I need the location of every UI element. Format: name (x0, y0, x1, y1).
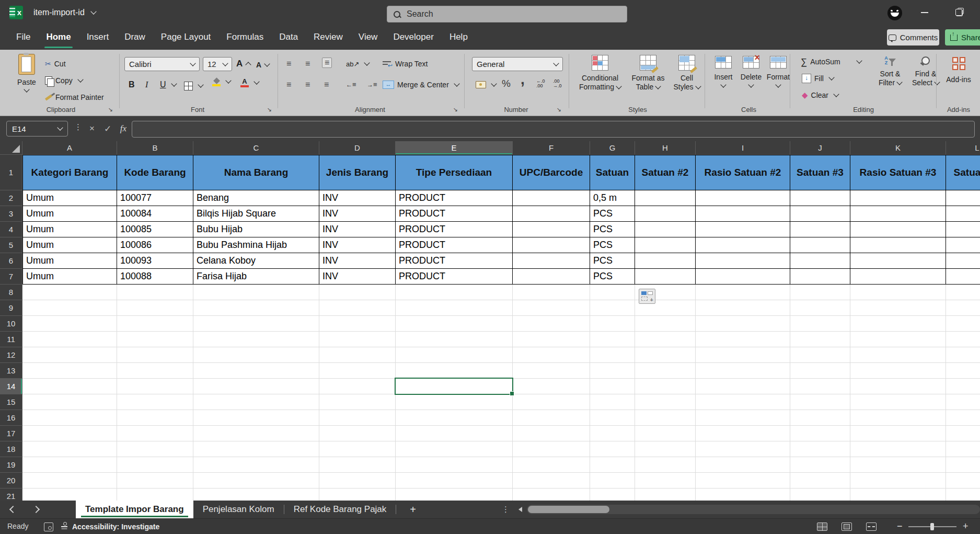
row-header-3[interactable]: 3 (0, 206, 22, 222)
cell-I21[interactable] (696, 488, 790, 501)
share-button[interactable]: Share (945, 29, 980, 46)
cell-G12[interactable] (590, 347, 635, 363)
cell-A2[interactable]: Umum (22, 190, 117, 206)
cell-G18[interactable] (590, 441, 635, 457)
increase-font-size-button[interactable]: A (236, 57, 250, 71)
cell-L20[interactable] (946, 473, 980, 488)
cell-B9[interactable] (117, 300, 193, 316)
cell-A3[interactable]: Umum (22, 206, 117, 222)
normal-view-button[interactable] (817, 522, 827, 531)
cell-A6[interactable]: Umum (22, 253, 117, 269)
cell-L17[interactable] (946, 426, 980, 441)
cell-F15[interactable] (513, 394, 590, 410)
column-header-F[interactable]: F (513, 141, 590, 155)
cell-D14[interactable] (319, 379, 396, 394)
cell-E12[interactable] (396, 347, 513, 363)
cell-D12[interactable] (319, 347, 396, 363)
cell-B21[interactable] (117, 488, 193, 501)
cell-D1[interactable]: Jenis Barang (319, 155, 396, 190)
decrease-decimal-button[interactable]: .00→.0 (553, 77, 562, 90)
paste-button[interactable]: Paste (14, 54, 40, 93)
cell-K2[interactable] (850, 190, 946, 206)
sheet-tab-ref-kode-barang-pajak[interactable]: Ref Kode Barang Pajak (284, 501, 396, 518)
cell-G14[interactable] (590, 379, 635, 394)
cell-A10[interactable] (22, 316, 117, 332)
find-select-button[interactable]: Find & Select (909, 56, 942, 87)
cell-J14[interactable] (790, 379, 850, 394)
cell-K1[interactable]: Rasio Satuan #3 (850, 155, 946, 190)
menu-tab-draw[interactable]: Draw (117, 25, 153, 50)
restore-button[interactable] (950, 7, 968, 18)
page-break-view-button[interactable] (866, 522, 877, 531)
cell-G21[interactable] (590, 488, 635, 501)
menu-tab-review[interactable]: Review (306, 25, 351, 50)
align-left-button[interactable]: ≡ (286, 78, 291, 92)
macro-record-icon[interactable] (44, 522, 53, 531)
cell-A13[interactable] (22, 363, 117, 379)
column-header-K[interactable]: K (850, 141, 946, 155)
cell-D11[interactable] (319, 332, 396, 347)
cut-button[interactable]: ✂ Cut (45, 57, 66, 71)
cell-G7[interactable]: PCS (590, 269, 635, 285)
fill-color-button[interactable] (212, 75, 230, 88)
cell-E19[interactable] (396, 457, 513, 473)
cell-D21[interactable] (319, 488, 396, 501)
row-header-17[interactable]: 17 (0, 426, 22, 441)
cell-I17[interactable] (696, 426, 790, 441)
insert-cells-button[interactable]: Insert (711, 56, 736, 88)
cell-E4[interactable]: PRODUCT (396, 222, 513, 237)
cell-I2[interactable] (696, 190, 790, 206)
column-header-J[interactable]: J (790, 141, 850, 155)
merge-center-button[interactable]: ↔ Merge & Center (383, 78, 459, 92)
cell-F21[interactable] (513, 488, 590, 501)
selected-cell-outline[interactable] (395, 378, 513, 395)
column-header-E[interactable]: E (396, 141, 513, 155)
cell-K16[interactable] (850, 410, 946, 426)
cell-E13[interactable] (396, 363, 513, 379)
column-header-I[interactable]: I (696, 141, 790, 155)
cell-E8[interactable] (396, 285, 513, 300)
accessibility-status[interactable]: Accessibility: Investigate (61, 519, 159, 534)
sheet-nav-left-button[interactable] (6, 504, 20, 515)
cell-F6[interactable] (513, 253, 590, 269)
cell-G16[interactable] (590, 410, 635, 426)
cell-C18[interactable] (193, 441, 319, 457)
cell-F1[interactable]: UPC/Barcode (513, 155, 590, 190)
cell-G11[interactable] (590, 332, 635, 347)
cell-K20[interactable] (850, 473, 946, 488)
cell-G19[interactable] (590, 457, 635, 473)
copy-button[interactable]: Copy (45, 74, 83, 87)
cell-F3[interactable] (513, 206, 590, 222)
cell-L18[interactable] (946, 441, 980, 457)
cell-D13[interactable] (319, 363, 396, 379)
page-layout-view-button[interactable] (841, 522, 852, 531)
row-header-20[interactable]: 20 (0, 473, 22, 488)
cell-F14[interactable] (513, 379, 590, 394)
number-format-combobox[interactable]: General (472, 57, 563, 71)
cell-H1[interactable]: Satuan #2 (635, 155, 696, 190)
align-bottom-button[interactable]: ≡ (322, 56, 332, 70)
cell-B17[interactable] (117, 426, 193, 441)
cell-D4[interactable]: INV (319, 222, 396, 237)
cell-J7[interactable] (790, 269, 850, 285)
menu-tab-file[interactable]: File (8, 25, 38, 50)
cell-C5[interactable]: Bubu Pashmina Hijab (193, 237, 319, 253)
menu-tab-insert[interactable]: Insert (79, 25, 117, 50)
cell-G20[interactable] (590, 473, 635, 488)
select-all-corner[interactable] (0, 141, 22, 155)
menu-tab-formulas[interactable]: Formulas (218, 25, 271, 50)
wrap-text-button[interactable]: Wrap Text (383, 57, 428, 71)
cell-L16[interactable] (946, 410, 980, 426)
cell-E5[interactable]: PRODUCT (396, 237, 513, 253)
cell-J21[interactable] (790, 488, 850, 501)
row-header-18[interactable]: 18 (0, 441, 22, 457)
italic-button[interactable]: I (145, 78, 148, 92)
decrease-indent-button[interactable]: ←≡ (346, 78, 356, 92)
percent-style-button[interactable]: % (502, 77, 511, 90)
column-header-H[interactable]: H (635, 141, 696, 155)
cell-F19[interactable] (513, 457, 590, 473)
cell-J11[interactable] (790, 332, 850, 347)
underline-button[interactable]: U (160, 78, 176, 92)
add-ins-button[interactable]: Add-ins (943, 57, 974, 84)
number-dialog-launcher[interactable] (555, 106, 562, 113)
